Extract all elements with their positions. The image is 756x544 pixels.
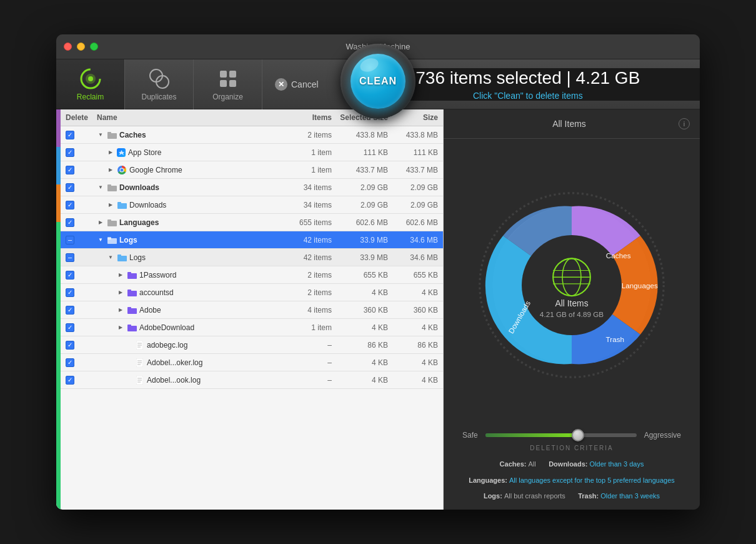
expand-toggle[interactable] <box>97 219 104 226</box>
folder-icon <box>107 130 117 140</box>
svg-rect-10 <box>107 132 111 134</box>
folder-dark-icon <box>127 323 137 333</box>
expand-toggle[interactable] <box>97 131 104 139</box>
organize-label: Organize <box>212 93 243 101</box>
svg-rect-21 <box>107 237 111 239</box>
file-panel: Delete Name Items Selected Size Size <box>56 109 444 510</box>
deletion-criteria-title: DELETION CRITERIA <box>530 445 613 451</box>
items-selected: 736 items selected | 4.21 GB <box>415 68 640 88</box>
clean-outer: CLEAN <box>341 44 415 119</box>
svg-rect-31 <box>127 325 131 327</box>
table-row: Adobel...ook.log – 4 KB 4 KB <box>61 371 443 389</box>
row-checkbox[interactable] <box>66 341 74 350</box>
table-row: adobegc.log – 86 KB 86 KB <box>61 336 443 354</box>
row-checkbox[interactable] <box>66 201 74 209</box>
reclaim-button[interactable]: Reclaim <box>56 59 125 109</box>
row-checkbox[interactable] <box>66 131 74 139</box>
folder-icon <box>107 183 117 193</box>
traffic-lights <box>64 43 98 51</box>
slider-section: Safe Aggressive DELETION CRITERIA Caches… <box>444 431 700 510</box>
row-checkbox[interactable] <box>66 253 74 262</box>
svg-text:4.21 GB of 4.89 GB: 4.21 GB of 4.89 GB <box>540 310 604 318</box>
aggressive-label: Aggressive <box>644 431 681 440</box>
table-row: AdobeDownload 1 item 4 KB 4 KB <box>61 319 443 336</box>
svg-rect-23 <box>117 254 121 257</box>
cancel-button[interactable]: ✕ Cancel <box>275 78 319 91</box>
svg-rect-15 <box>107 184 111 187</box>
table-row: Google Chrome 1 item 433.7 MB 433.7 MB <box>61 161 443 179</box>
chart-panel: All Items i <box>444 109 700 510</box>
clean-button[interactable]: CLEAN <box>351 54 405 109</box>
svg-rect-5 <box>220 71 227 78</box>
trash-value: Older than 3 weeks <box>600 492 660 500</box>
languages-value: All languages except for the top 5 prefe… <box>509 476 675 484</box>
main-window: Washing Machine Reclaim Duplicates <box>56 34 700 510</box>
row-checkbox[interactable] <box>66 166 74 174</box>
logs-label: Logs: <box>484 492 504 500</box>
row-checkbox[interactable] <box>66 183 74 192</box>
expand-toggle[interactable] <box>107 166 114 174</box>
col-header-name: Name <box>97 113 285 122</box>
organize-button[interactable]: Organize <box>194 59 262 109</box>
chart-title: All Items <box>454 119 674 129</box>
donut-container: Caches Languages Trash Downloads All Ite… <box>472 139 672 431</box>
appstore-icon <box>117 148 126 157</box>
svg-point-2 <box>88 76 93 81</box>
table-row: accountsd 2 items 4 KB 4 KB <box>61 284 443 301</box>
reclaim-label: Reclaim <box>77 93 104 101</box>
table-row: Logs 42 items 33.9 MB 34.6 MB <box>61 249 443 266</box>
expand-toggle[interactable] <box>117 306 124 314</box>
expand-toggle[interactable] <box>107 149 114 156</box>
expand-toggle[interactable] <box>117 289 124 296</box>
row-checkbox[interactable] <box>66 236 74 244</box>
svg-rect-17 <box>117 202 121 204</box>
slider-track[interactable] <box>485 433 637 437</box>
expand-toggle[interactable] <box>107 254 114 261</box>
folder-dark-icon <box>127 305 137 315</box>
svg-text:All Items: All Items <box>555 298 588 308</box>
close-button[interactable] <box>64 43 72 51</box>
row-checkbox[interactable] <box>66 376 74 385</box>
caches-label: Caches: <box>500 460 529 468</box>
maximize-button[interactable] <box>90 43 98 51</box>
row-checkbox[interactable] <box>66 148 74 157</box>
table-row: 1Password 2 items 655 KB 655 KB <box>61 266 443 284</box>
expand-toggle[interactable] <box>97 184 104 191</box>
duplicates-icon <box>148 68 171 90</box>
table-row: Downloads 34 items 2.09 GB 2.09 GB <box>61 179 443 196</box>
svg-rect-25 <box>127 272 131 275</box>
row-checkbox[interactable] <box>66 288 74 297</box>
table-row: App Store 1 item 111 KB 111 KB <box>61 144 443 161</box>
reclaim-icon <box>79 68 102 90</box>
row-checkbox[interactable] <box>66 358 74 367</box>
minimize-button[interactable] <box>77 43 85 51</box>
table-row: Caches 2 items 433.8 MB 433.8 MB <box>61 126 443 144</box>
row-checkbox[interactable] <box>66 218 74 227</box>
clean-label: CLEAN <box>359 76 397 87</box>
info-icon[interactable]: i <box>679 118 690 129</box>
duplicates-label: Duplicates <box>141 93 176 101</box>
table-row: Adobel...oker.log – 4 KB 4 KB <box>61 354 443 371</box>
slider-thumb[interactable] <box>572 429 584 441</box>
languages-label: Languages: <box>469 476 509 484</box>
chart-header: All Items i <box>444 109 700 139</box>
row-checkbox[interactable] <box>66 271 74 280</box>
cancel-icon: ✕ <box>275 78 287 91</box>
row-checkbox[interactable] <box>66 323 74 332</box>
downloads-label: Downloads: <box>549 460 589 468</box>
caches-value: All <box>528 460 535 468</box>
expand-toggle[interactable] <box>117 324 124 331</box>
svg-rect-27 <box>127 290 131 292</box>
file-list: Caches 2 items 433.8 MB 433.8 MB <box>61 126 443 510</box>
row-checkbox[interactable] <box>66 306 74 315</box>
chrome-icon <box>117 165 127 175</box>
expand-toggle[interactable] <box>97 236 104 244</box>
folder-blue-icon <box>117 253 127 263</box>
toolbar: Reclaim Duplicates Organize <box>56 59 700 109</box>
category-color-strip <box>56 109 61 510</box>
table-row: Downloads 34 items 2.09 GB 2.09 GB <box>61 196 443 214</box>
svg-text:Caches: Caches <box>606 251 631 259</box>
duplicates-button[interactable]: Duplicates <box>125 59 194 109</box>
expand-toggle[interactable] <box>117 271 124 279</box>
expand-toggle[interactable] <box>107 201 114 209</box>
